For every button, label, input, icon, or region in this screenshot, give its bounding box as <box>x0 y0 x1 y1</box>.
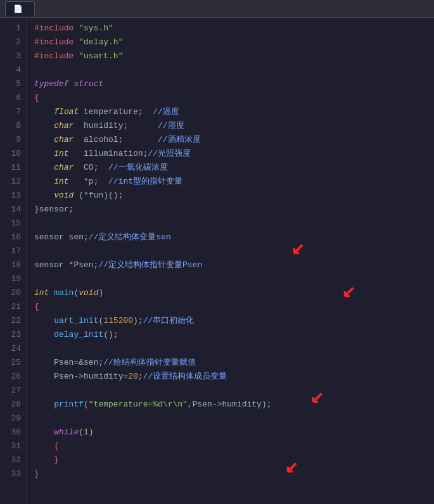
code-line: char alcohol; //酒精浓度 <box>34 133 434 147</box>
code-line: int *p; //int型的指针变量 <box>34 175 434 189</box>
title-bar: 📄 <box>0 0 434 18</box>
code-line <box>34 63 434 77</box>
line-number: 32 <box>0 453 26 467</box>
code-line <box>34 412 434 425</box>
line-number: 15 <box>0 217 26 230</box>
line-number: 19 <box>0 272 26 286</box>
code-line: while(1) <box>34 425 434 439</box>
line-number: 28 <box>0 398 26 412</box>
code-line: int main(void) <box>34 286 434 300</box>
code-line <box>34 272 434 286</box>
line-number: 21 <box>0 300 26 314</box>
code-line: void (*fun)(); <box>34 189 434 203</box>
code-line: }sensor; <box>34 203 434 217</box>
tab-icon: 📄 <box>13 4 23 14</box>
code-line: char CO; //一氧化碳浓度 <box>34 161 434 175</box>
line-number: 26 <box>0 370 26 384</box>
code-line <box>34 217 434 230</box>
line-number: 25 <box>0 356 26 370</box>
code-line: sensor sen;//定义结构体变量sen <box>34 230 434 244</box>
code-line: #include "sys.h" <box>34 22 434 35</box>
tab[interactable]: 📄 <box>5 1 35 16</box>
line-number: 12 <box>0 175 26 189</box>
code-line: #include "delay.h" <box>34 35 434 49</box>
line-number: 27 <box>0 384 26 398</box>
line-number: 31 <box>0 439 26 453</box>
code-line: uart_init(115200);//串口初始化 <box>34 314 434 328</box>
code-line: delay_init(); <box>34 328 434 342</box>
line-number: 14 <box>0 203 26 217</box>
line-number: 6 <box>0 91 26 105</box>
code-line: { <box>34 91 434 105</box>
code-line <box>34 342 434 356</box>
line-number: 5 <box>0 77 26 91</box>
line-number: 2 <box>0 35 26 49</box>
code-line: int illumination;//光照强度 <box>34 147 434 161</box>
code-content[interactable]: #include "sys.h"#include "delay.h"#inclu… <box>27 18 434 504</box>
code-line: char humidity; //湿度 <box>34 119 434 133</box>
line-number: 4 <box>0 63 26 77</box>
code-line <box>34 244 434 258</box>
line-number: 9 <box>0 133 26 147</box>
code-area: 1234567891011121314151617181920212223242… <box>0 18 434 504</box>
code-line: Psen=&sen;//给结构体指针变量赋值 <box>34 356 434 370</box>
code-line: typedef struct <box>34 77 434 91</box>
line-number: 7 <box>0 105 26 119</box>
line-number: 22 <box>0 314 26 328</box>
line-number: 33 <box>0 467 26 481</box>
line-number: 20 <box>0 286 26 300</box>
line-number: 1 <box>0 22 26 35</box>
line-number: 24 <box>0 342 26 356</box>
code-line: sensor *Psen;//定义结构体指针变量Psen <box>34 258 434 272</box>
code-line: } <box>34 453 434 467</box>
line-numbers: 1234567891011121314151617181920212223242… <box>0 18 27 504</box>
code-line: float temperature; //温度 <box>34 105 434 119</box>
line-number: 11 <box>0 161 26 175</box>
line-number: 10 <box>0 147 26 161</box>
code-line: printf("temperature=%d\r\n",Psen->humidi… <box>34 398 434 412</box>
code-line: } <box>34 467 434 481</box>
line-number: 17 <box>0 244 26 258</box>
line-number: 3 <box>0 49 26 63</box>
code-line: { <box>34 439 434 453</box>
code-line: Psen->humidity=20;//设置结构体成员变量 <box>34 370 434 384</box>
line-number: 18 <box>0 258 26 272</box>
code-line: #include "usart.h" <box>34 49 434 63</box>
line-number: 13 <box>0 189 26 203</box>
line-number: 23 <box>0 328 26 342</box>
line-number: 30 <box>0 425 26 439</box>
line-number: 8 <box>0 119 26 133</box>
line-number: 16 <box>0 230 26 244</box>
line-number: 29 <box>0 412 26 425</box>
code-line: { <box>34 300 434 314</box>
code-line <box>34 384 434 398</box>
